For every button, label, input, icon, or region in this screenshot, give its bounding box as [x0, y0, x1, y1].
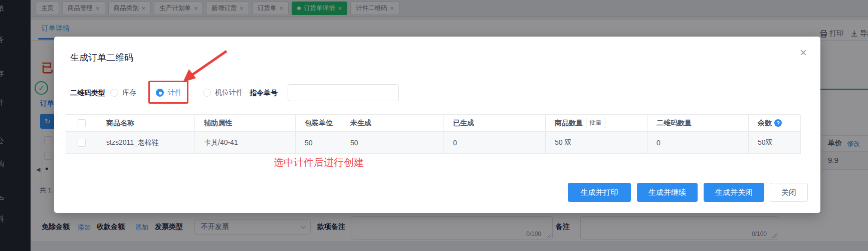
modal-title: 生成订单二维码	[70, 52, 133, 64]
help-question-icon[interactable]: ?	[774, 119, 782, 127]
cell-remainder: 50双	[749, 132, 801, 154]
cell-qrcode-qty: 0	[647, 132, 749, 154]
col-header-qty: 商品数量批量	[546, 115, 647, 132]
goods-table: 商品名称 辅助属性 包装单位 未生成 已生成 商品数量批量 二维码数量 余数? …	[66, 114, 800, 154]
radio-stock[interactable]: 库存	[110, 88, 136, 97]
annotation-arrow-icon	[170, 44, 236, 94]
instruction-no-label: 指令单号	[250, 89, 278, 98]
radio-circle-icon	[110, 89, 118, 97]
cell-attribute: 卡其/40-41	[195, 132, 296, 154]
generate-qrcode-modal: 生成订单二维码 × 二维码类型 库存 计件 机位计件 指令单号 商品名称 辅助属…	[54, 37, 820, 213]
table-header-row: 商品名称 辅助属性 包装单位 未生成 已生成 商品数量批量 二维码数量 余数?	[66, 115, 800, 132]
generate-continue-button[interactable]: 生成并继续	[637, 183, 698, 202]
cell-pack-unit: 50	[296, 132, 341, 154]
close-button[interactable]: 关闭	[770, 183, 808, 202]
col-header-remainder: 余数?	[749, 115, 801, 132]
col-header: 未生成	[341, 115, 444, 132]
generate-print-button[interactable]: 生成并打印	[568, 183, 631, 202]
cell-not-generated: 50	[341, 132, 444, 154]
annotation-note-text: 选中计件后进行创建	[274, 156, 364, 169]
instruction-no-input[interactable]	[288, 84, 399, 101]
modal-close-icon[interactable]: ×	[800, 47, 807, 59]
select-all-checkbox[interactable]	[78, 119, 86, 127]
col-header: 已生成	[444, 115, 546, 132]
radio-circle-icon	[156, 89, 164, 97]
col-header: 商品名称	[97, 115, 195, 132]
cell-goods-qty: 50 双	[546, 132, 647, 154]
col-header: 辅助属性	[195, 115, 296, 132]
radio-label: 库存	[122, 88, 136, 97]
col-header: 包装单位	[296, 115, 341, 132]
batch-button[interactable]: 批量	[586, 118, 605, 128]
col-header-label: 余数	[758, 119, 772, 128]
table-row: stzs2011_老棉鞋 卡其/40-41 50 50 0 50 双 0 50双	[66, 132, 800, 154]
cell-generated: 0	[444, 132, 546, 154]
app-root: 单 务 存 件 公 购 户 料 主页 商品管理× 商品类别× 生产计划单× 新增…	[0, 0, 868, 251]
row-checkbox[interactable]	[78, 139, 86, 147]
generate-close-button[interactable]: 生成并关闭	[704, 183, 764, 202]
col-header-label: 商品数量	[555, 119, 583, 128]
col-header: 二维码数量	[647, 115, 749, 132]
cell-goods-name: stzs2011_老棉鞋	[97, 132, 195, 154]
qrcode-type-label: 二维码类型	[70, 89, 105, 98]
